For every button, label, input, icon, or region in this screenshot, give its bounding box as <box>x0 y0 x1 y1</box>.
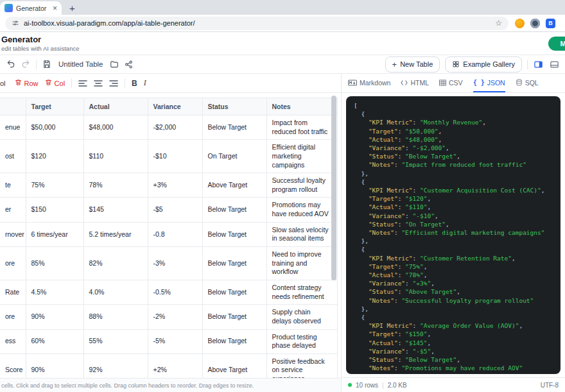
table-cell[interactable]: 90% <box>26 305 83 329</box>
bookmark-star-icon[interactable]: ☆ <box>495 19 502 28</box>
tab-html[interactable]: HTML <box>401 74 429 92</box>
column-header[interactable]: Actual <box>83 98 148 115</box>
table-cell[interactable]: 4.0% <box>83 280 148 304</box>
browser-tab[interactable]: Generator × <box>0 1 62 15</box>
save-icon[interactable] <box>42 60 51 69</box>
table-cell[interactable]: Supply chain delays observed <box>266 305 337 329</box>
table-cell[interactable]: 6 times/year <box>26 222 83 246</box>
table-cell[interactable]: Content strategy needs refinement <box>266 280 337 304</box>
table-cell[interactable]: 78% <box>83 173 148 198</box>
table-cell[interactable]: Below Target <box>202 280 266 304</box>
scrollbar-thumb[interactable] <box>331 96 336 280</box>
table-cell[interactable]: Above Target <box>202 173 266 198</box>
table-cell[interactable]: enue <box>0 115 26 140</box>
table-cell[interactable]: -0.5% <box>148 280 202 304</box>
column-header[interactable]: Variance <box>148 98 202 115</box>
table-cell[interactable]: Above Target <box>202 354 266 378</box>
table-cell[interactable]: rnover <box>0 222 26 246</box>
table-cell[interactable]: 75% <box>26 173 83 198</box>
table-cell[interactable]: Below Target <box>202 329 266 354</box>
table-cell[interactable]: 82% <box>83 247 148 280</box>
table-cell[interactable]: te <box>0 173 26 198</box>
toggle-split-view-icon[interactable] <box>533 60 544 69</box>
table-cell[interactable]: 85% <box>26 247 83 280</box>
extension-icon-1[interactable] <box>515 19 525 28</box>
share-icon[interactable] <box>125 60 133 69</box>
code-editor[interactable]: [ { "KPI Metric": "Monthly Revenue", "Ta… <box>346 96 561 374</box>
table-cell[interactable]: $150 <box>26 198 83 222</box>
clipped-add-col-button[interactable]: ol <box>0 80 6 87</box>
url-field[interactable]: ai-toolbox.visual-paradigm.com/app/ai-ta… <box>5 17 509 30</box>
table-cell[interactable]: Need to improve training and workflow <box>266 247 337 280</box>
table-cell[interactable]: -$5 <box>148 198 202 222</box>
table-cell[interactable]: Below Target <box>202 222 266 246</box>
table-cell[interactable]: $120 <box>26 140 83 173</box>
table-cell[interactable]: 88% <box>83 305 148 329</box>
table-cell[interactable]: ore <box>0 305 26 329</box>
table-cell[interactable]: Efficient digital marketing campaigns <box>266 140 337 173</box>
table-cell[interactable]: $110 <box>83 140 148 173</box>
undo-icon[interactable] <box>6 60 15 69</box>
new-table-button[interactable]: + New Table <box>385 56 440 72</box>
table-cell[interactable]: Below Target <box>202 198 266 222</box>
table-cell[interactable]: ost <box>0 140 26 173</box>
table-cell[interactable]: +3% <box>148 173 202 198</box>
document-title[interactable]: Untitled Table <box>58 60 103 68</box>
tab-close-icon[interactable]: × <box>53 4 57 12</box>
table-cell[interactable]: +2% <box>148 354 202 378</box>
table-cell[interactable]: Below Target <box>202 115 266 140</box>
tab-csv[interactable]: CSV <box>439 74 463 92</box>
table-cell[interactable]: Successful loyalty program rollout <box>266 173 337 198</box>
column-header[interactable] <box>0 98 26 115</box>
column-header[interactable]: Notes <box>266 98 337 115</box>
toggle-bottom-panel-icon[interactable] <box>549 60 560 69</box>
extension-icon-3[interactable]: B <box>546 19 555 28</box>
column-header[interactable]: Status <box>202 98 266 115</box>
table-cell[interactable]: Score <box>0 354 26 378</box>
table-cell[interactable]: -$10 <box>148 140 202 173</box>
table-cell[interactable]: -$2,000 <box>148 115 202 140</box>
table-cell[interactable]: 92% <box>83 354 148 378</box>
table-cell[interactable]: 5.2 times/year <box>83 222 148 246</box>
table-cell[interactable]: $50,000 <box>26 115 83 140</box>
table-cell[interactable]: $48,000 <box>83 115 148 140</box>
align-center-icon[interactable] <box>94 80 103 87</box>
table-scrollbar[interactable] <box>331 96 336 375</box>
align-left-icon[interactable] <box>78 80 87 87</box>
table-cell[interactable]: ess <box>0 329 26 354</box>
table-cell[interactable]: -2% <box>148 305 202 329</box>
redo-icon[interactable] <box>21 60 30 69</box>
tab-markdown[interactable]: Markdown <box>348 74 390 92</box>
column-header[interactable]: Target <box>26 98 83 115</box>
table-cell[interactable]: 4.5% <box>26 280 83 304</box>
table-cell[interactable]: -0.8 <box>148 222 202 246</box>
table-cell[interactable]: 55% <box>83 329 148 354</box>
bold-button[interactable]: B <box>132 79 137 88</box>
extension-icon-2[interactable] <box>530 19 540 28</box>
delete-row-button[interactable]: Row <box>15 79 39 87</box>
table-cell[interactable]: Positive feedback on service experience <box>266 354 337 378</box>
table-cell[interactable]: Product testing phase delayed <box>266 329 337 354</box>
table-cell[interactable]: Promotions may have reduced AOV <box>266 198 337 222</box>
table-cell[interactable]: Slow sales velocity in seasonal items <box>266 222 337 246</box>
table-cell[interactable]: ore <box>0 247 26 280</box>
table-cell[interactable]: -5% <box>148 329 202 354</box>
table-cell[interactable]: $145 <box>83 198 148 222</box>
tab-sql[interactable]: SQL <box>516 74 539 92</box>
folder-icon[interactable] <box>110 60 119 69</box>
new-tab-icon[interactable]: + <box>69 3 75 13</box>
table-cell[interactable]: Impact from reduced foot traffic <box>266 115 337 140</box>
table-cell[interactable]: 90% <box>26 354 83 378</box>
align-right-icon[interactable] <box>109 80 118 87</box>
table-cell[interactable]: Below Target <box>202 247 266 280</box>
example-gallery-button[interactable]: Example Gallery <box>445 56 522 72</box>
table-cell[interactable]: Below Target <box>202 305 266 329</box>
delete-col-button[interactable]: Col <box>45 79 65 87</box>
table-cell[interactable]: er <box>0 198 26 222</box>
italic-button[interactable]: I <box>144 78 146 88</box>
table-cell[interactable]: 60% <box>26 329 83 354</box>
table-cell[interactable]: Rate <box>0 280 26 304</box>
table-cell[interactable]: -3% <box>148 247 202 280</box>
table-cell[interactable]: On Target <box>202 140 266 173</box>
cta-button[interactable]: M <box>548 37 565 51</box>
